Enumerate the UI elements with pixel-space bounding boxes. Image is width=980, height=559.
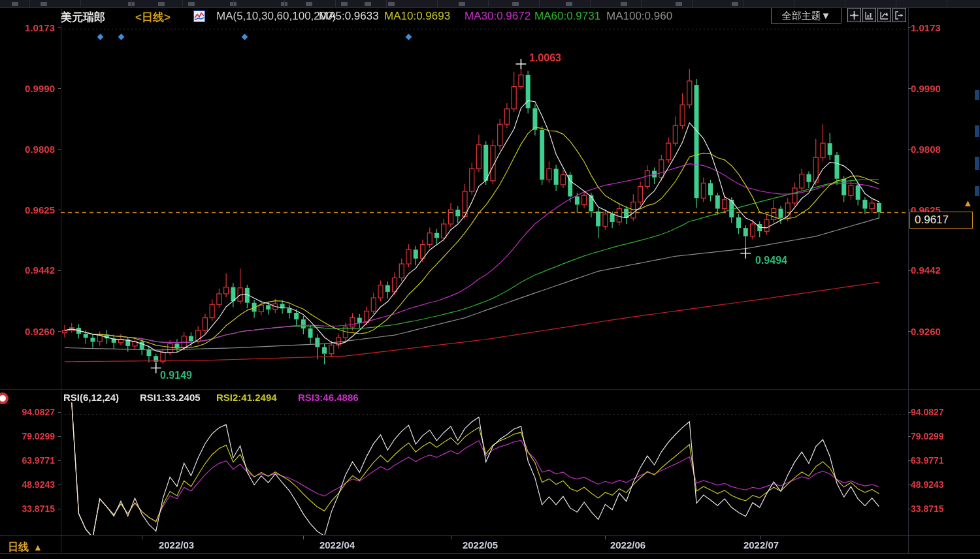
top-toolbar[interactable] (0, 0, 980, 8)
ma5-value: MA5:0.9633 (319, 10, 379, 23)
exit-fullscreen-icon[interactable] (892, 8, 906, 22)
rsi-tick-label: 33.8715 (0, 503, 57, 514)
rsi-tick-label: 79.0299 (911, 431, 944, 441)
rsi-tick-label: 94.0827 (911, 407, 944, 417)
rsi-tick-label: 48.9243 (911, 479, 944, 490)
ma60-value: MA60:0.9731 (534, 10, 600, 23)
rsi-tick-label: 48.9243 (0, 479, 57, 490)
price-tick-label: 0.9808 (911, 144, 941, 155)
price-tick-label: 0.9990 (911, 83, 941, 94)
rsi-tick-label: 79.0299 (0, 431, 57, 441)
high-annotation: 1.0063 (529, 52, 561, 64)
last-price-box: 0.9617 (909, 212, 973, 229)
forex-chart-window: 美元瑞郎 <日线> MA(5,10,30,60,100,200) MA5:0.9… (0, 0, 980, 559)
rsi-tick-label: 63.9771 (0, 455, 57, 466)
price-tick-label: 1.0173 (911, 22, 941, 33)
price-tick-label: 0.9990 (0, 83, 57, 94)
side-panel-tab-fragment[interactable] (975, 90, 979, 100)
price-tick-label: 0.9260 (0, 326, 57, 337)
period-tag: <日线> (135, 10, 171, 25)
rsi3-value: RSI3:46.4886 (298, 392, 359, 403)
side-panel-tab-fragment[interactable] (975, 125, 979, 137)
ma100-value: MA100:0.960 (606, 10, 672, 23)
rsi-tick-label: 33.8715 (911, 503, 944, 514)
ma-settings-label: MA(5,10,30,60,100,200) (216, 10, 336, 23)
pan-tool-icon[interactable] (847, 8, 861, 22)
side-panel-tab-fragment[interactable] (975, 157, 979, 170)
triangle-up-icon: ▲ (33, 542, 42, 552)
price-tick-label: 0.9442 (911, 264, 941, 276)
date-tick-label: 2022/07 (743, 539, 779, 551)
date-tick-label: 2022/05 (463, 539, 498, 551)
sub-chart-panel-icon[interactable] (877, 8, 891, 22)
rsi2-value: RSI2:41.2494 (216, 392, 277, 403)
rsi-tick-label: 63.9771 (911, 455, 944, 466)
rsi-tick-label: 94.0827 (0, 407, 57, 417)
date-tick-label: 2022/03 (159, 539, 194, 551)
main-chart-panel-icon[interactable] (862, 8, 876, 22)
theme-selector-button[interactable]: 全部主题▼ (771, 7, 841, 24)
low-annotation: 0.9149 (160, 370, 192, 381)
date-tick-label: 2022/04 (319, 539, 355, 551)
side-panel-tab-fragment[interactable] (975, 186, 979, 196)
period-selector-label: 日线 (8, 541, 29, 552)
rsi1-value: RSI1:33.2405 (140, 392, 201, 403)
price-tick-label: 0.9625 (0, 204, 57, 216)
ma30-value: MA30:0.9672 (465, 10, 531, 23)
price-tick-label: 0.9808 (0, 144, 57, 155)
low-annotation: 0.9494 (755, 255, 787, 266)
price-tick-label: 1.0173 (0, 22, 57, 33)
kline-indicator-icon[interactable] (193, 10, 205, 25)
price-tick-label: 0.9442 (0, 264, 57, 276)
ma10-value: MA10:0.9693 (384, 10, 450, 23)
rsi-settings-label: RSI(6,12,24) (63, 392, 119, 403)
price-up-arrow-icon: ▲ (963, 198, 973, 208)
date-tick-label: 2022/06 (610, 539, 645, 551)
price-tick-label: 0.9260 (911, 326, 941, 337)
chart-canvas[interactable] (0, 0, 980, 559)
period-selector-button[interactable]: 日线▲ (8, 541, 42, 554)
symbol-title: 美元瑞郎 (61, 10, 105, 25)
